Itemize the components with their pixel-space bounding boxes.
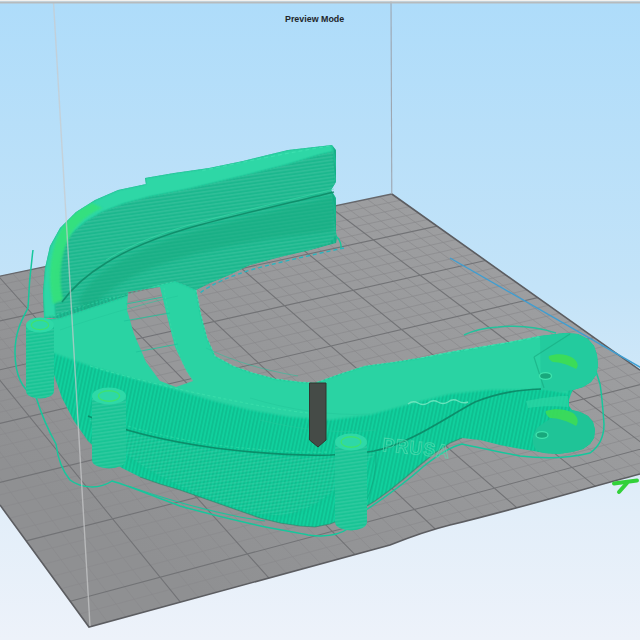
svg-text:Preview Mode: Preview Mode: [285, 14, 344, 24]
